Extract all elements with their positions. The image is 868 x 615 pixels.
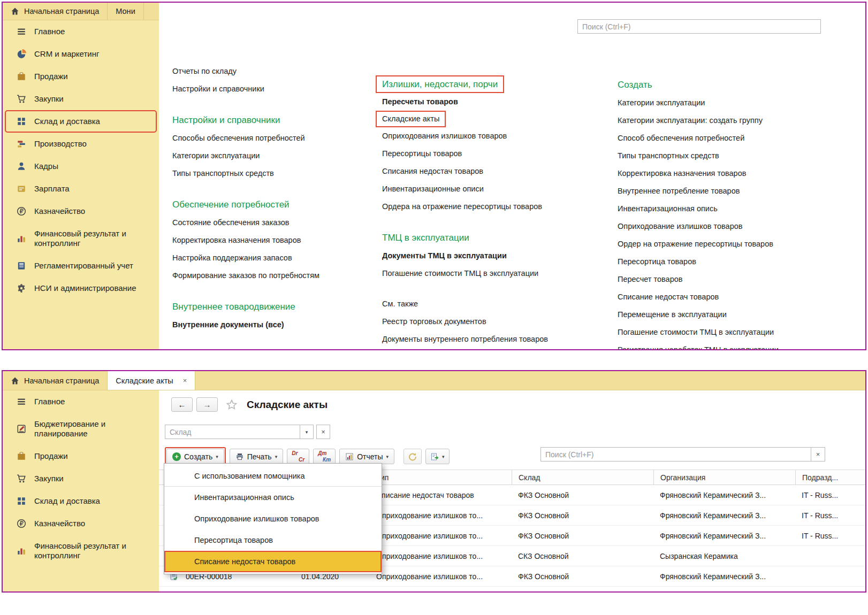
menu-item[interactable]: Погашение стоимости ТМЦ в эксплуатации (381, 265, 539, 282)
sidebar-item[interactable]: Казначейство (3, 512, 159, 535)
sidebar-item[interactable]: Финансовый результат и контроллинг (3, 535, 159, 567)
sidebar-item[interactable]: Склад и доставка (3, 490, 159, 512)
menu-item[interactable]: Списания недостач товаров (381, 163, 484, 180)
search-clear-icon[interactable]: × (811, 447, 825, 462)
search-input[interactable] (577, 19, 821, 34)
menu-item[interactable]: Пересортица товаров (616, 253, 697, 271)
sidebar-item[interactable]: НСИ и администрирование (3, 277, 159, 299)
menu-item[interactable]: Оприходование излишков товаров (616, 218, 744, 235)
cell-department: IT - Russ... (802, 485, 864, 505)
menu-item[interactable]: Отчеты по складу (171, 63, 238, 80)
menu-item[interactable]: С использованием помощника (164, 465, 382, 487)
menu-item[interactable]: Оприходования излишков товаров (381, 127, 508, 145)
menu-item[interactable]: Настройки и справочники (171, 80, 265, 98)
tab[interactable]: Начальная страница (3, 371, 108, 390)
sidebar-item[interactable]: Кадры (3, 155, 159, 178)
tab[interactable]: Начальная страница (3, 3, 108, 20)
menu-item[interactable]: Складские акты (376, 111, 446, 127)
menu-item[interactable]: Корректировка назначения товаров (171, 232, 302, 249)
menu-item[interactable]: Погашение стоимости ТМЦ в эксплуатации (616, 324, 775, 341)
sidebar-item[interactable]: Регламентированный учет (3, 255, 159, 277)
column-header-type[interactable]: Тип (376, 470, 510, 485)
sidebar-item[interactable]: Зарплата (3, 178, 159, 200)
menu-item[interactable]: Документы ТМЦ в эксплуатации (381, 247, 508, 265)
menu-item[interactable]: Формирование заказов по потребностям (171, 267, 321, 285)
column-header-warehouse[interactable]: Склад (512, 470, 652, 485)
menu-column-left: Отчеты по складуНастройки и справочникиН… (171, 63, 380, 334)
sidebar-item[interactable]: Бюджетирование и планирование (3, 413, 159, 445)
refresh-button[interactable] (403, 449, 422, 464)
warehouse-filter-input[interactable] (165, 425, 300, 439)
menu-item[interactable]: Пересчет товаров (616, 271, 684, 288)
sidebar-item[interactable]: Производство (3, 133, 159, 155)
menu-item[interactable]: Способ обеспечения потребностей (616, 129, 745, 147)
menu-item[interactable]: Списание недостач товаров (164, 551, 382, 572)
search-input[interactable] (540, 447, 811, 462)
menu-item[interactable]: Реестр торговых документов (381, 313, 488, 330)
menu-item[interactable]: Категории эксплуатации: создать группу (616, 112, 764, 129)
menu-item[interactable]: Пересчеты товаров (381, 93, 459, 111)
menu-item[interactable]: Оприходование излишков товаров (164, 508, 382, 529)
menu-item[interactable]: Состояние обеспечения заказов (171, 214, 290, 232)
menu-item[interactable]: Инвентаризационные описи (381, 180, 485, 198)
menu-item[interactable]: Корректировка назначения товаров (616, 165, 747, 182)
sidebar-item[interactable]: CRM и маркетинг (3, 43, 159, 65)
menu-item[interactable]: Типы транспортных средств (171, 165, 275, 182)
column-header-department[interactable]: Подразд... (795, 470, 864, 485)
menu-item[interactable]: ТМЦ в эксплуатации (381, 228, 470, 247)
menu-item[interactable]: Создать (616, 75, 653, 94)
back-button[interactable]: ← (171, 397, 193, 412)
reports-button[interactable]: Отчеты ▾ (339, 449, 394, 464)
production-icon (17, 139, 26, 149)
sidebar-item[interactable]: Продажи (3, 65, 159, 88)
tab[interactable]: Складские акты × (108, 371, 195, 390)
sidebar-item[interactable]: Склад и доставка (5, 110, 157, 133)
menu-item[interactable]: Внутренние документы (все) (171, 316, 285, 334)
forward-button[interactable]: → (196, 397, 218, 412)
chart-icon (17, 546, 26, 556)
menu-item[interactable]: Ордера на отражение пересортицы товаров (381, 198, 543, 216)
menu-item[interactable]: Инвентаризационная опись (616, 200, 719, 218)
menu-item[interactable]: Регистрация наработок ТМЦ в эксплуатации (616, 341, 780, 350)
menu-item[interactable]: Пересортицы товаров (381, 145, 463, 163)
menu-item[interactable]: Обеспечение потребностей (171, 195, 291, 214)
sidebar-item[interactable]: Главное (3, 390, 159, 413)
sidebar-item-label: Казначейство (34, 519, 155, 528)
dtkt-movements-button[interactable]: Дт Кт (313, 449, 336, 464)
menu-item[interactable]: Инвентаризационная опись (164, 487, 382, 508)
menu-item[interactable]: Категории эксплуатации (171, 147, 261, 165)
menu-item[interactable]: Способы обеспечения потребностей (171, 129, 306, 147)
book-icon (17, 261, 26, 271)
sidebar-item[interactable]: Закупки (3, 88, 159, 110)
export-button[interactable]: ▾ (425, 449, 450, 464)
menu-item[interactable]: Документы внутреннего потребления товаро… (381, 330, 549, 348)
menu-item[interactable]: Пересортица товаров (164, 529, 382, 551)
menu-item[interactable]: Внутреннее товародвижение (171, 297, 296, 316)
column-header-organization[interactable]: Организация (653, 470, 794, 485)
sidebar-item[interactable]: Главное (3, 20, 159, 43)
menu-item[interactable]: Списание недостач товаров (616, 288, 720, 306)
menu-item[interactable]: Настройки и справочники (171, 111, 281, 129)
menu-item[interactable]: Ордер на отражение пересортицы товаров (616, 235, 774, 253)
menu-column-create: СоздатьКатегории эксплуатацииКатегории э… (616, 63, 863, 350)
menu-item[interactable]: Категории эксплуатации (616, 94, 706, 112)
sidebar-item[interactable]: Казначейство (3, 200, 159, 222)
create-button[interactable]: + Создать ▾ (166, 449, 224, 464)
menu-item[interactable]: Перемещение в эксплуатации (616, 306, 728, 324)
menu-item[interactable]: См. также (381, 295, 419, 313)
filter-dropdown-icon[interactable]: ▾ (300, 425, 314, 439)
tab-close-icon[interactable]: × (183, 376, 187, 385)
menu-item[interactable]: Настройка поддержания запасов (171, 249, 293, 267)
menu-item[interactable]: Внутреннее потребление товаров (616, 182, 741, 200)
menu-item[interactable]: Излишки, недостачи, порчи (376, 75, 504, 93)
drcr-movements-button[interactable]: Dr Cr (287, 449, 309, 464)
favorite-star-icon[interactable] (226, 399, 238, 411)
menu-item[interactable]: Типы транспортных средств (616, 147, 720, 165)
tab[interactable]: Мони (108, 3, 143, 20)
print-button[interactable]: Печать ▾ (230, 449, 283, 464)
grid-icon (17, 117, 26, 126)
filter-clear-icon[interactable]: × (316, 425, 330, 439)
sidebar-item[interactable]: Финансовый результат и контроллинг (3, 222, 159, 255)
sidebar-item[interactable]: Продажи (3, 445, 159, 467)
sidebar-item[interactable]: Закупки (3, 467, 159, 490)
